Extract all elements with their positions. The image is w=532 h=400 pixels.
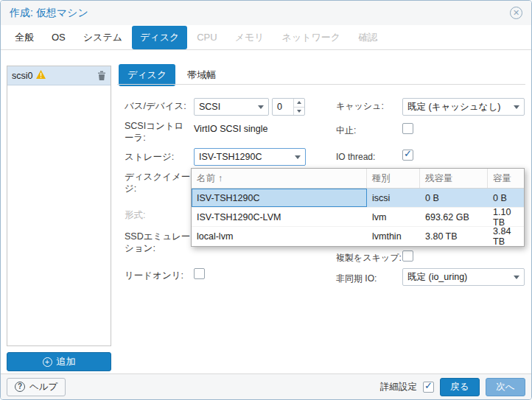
- help-icon: ?: [15, 382, 25, 392]
- storage-dropdown-header: 名前 ↑ 種別 残容量 容量: [192, 169, 524, 189]
- disk-subtabs: ディスク 帯域幅: [119, 64, 225, 86]
- async-io-label: 非同期 IO:: [336, 273, 377, 284]
- tab-cpu: CPU: [189, 27, 225, 48]
- bus-device-label: バス/デバイス:: [125, 101, 192, 113]
- format-label: 形式:: [125, 210, 192, 222]
- column-name-label: 名前: [197, 172, 215, 185]
- storage-name-cell: local-lvm: [192, 227, 367, 246]
- add-disk-button[interactable]: + 追加: [7, 352, 111, 371]
- storage-dropdown-panel: 名前 ↑ 種別 残容量 容量 ISV-TSH1290C iscsi 0 B 0 …: [191, 168, 525, 247]
- wizard-tabbar: 全般 OS システム ディスク CPU メモリ ネットワーク 確認: [1, 25, 531, 50]
- disk-list-panel: scsi0: [7, 66, 111, 346]
- stepper-arrows: [293, 99, 304, 115]
- advanced-checkbox[interactable]: [423, 382, 434, 393]
- cache-select[interactable]: 既定 (キャッシュなし): [402, 98, 525, 116]
- tab-general[interactable]: 全般: [7, 26, 42, 49]
- storage-row-isv-tsh1290c[interactable]: ISV-TSH1290C iscsi 0 B 0 B: [192, 189, 524, 208]
- bus-number-stepper[interactable]: 0: [272, 98, 305, 116]
- column-header-name[interactable]: 名前 ↑: [192, 169, 367, 188]
- column-header-avail[interactable]: 残容量: [420, 169, 488, 188]
- storage-name-cell: ISV-TSH1290C: [192, 189, 367, 207]
- ssd-emulation-label: SSDエミュレーション:: [125, 231, 192, 254]
- disk-image-label: ディスクイメージ:: [125, 172, 192, 194]
- async-io-select-value: 既定 (io_uring): [407, 271, 509, 284]
- cache-label: キャッシュ:: [336, 101, 384, 112]
- storage-type-cell: lvm: [367, 208, 420, 226]
- chevron-down-icon: [258, 105, 264, 109]
- iothread-label: IO thread:: [336, 152, 375, 163]
- tab-network: ネットワーク: [274, 26, 349, 49]
- add-disk-label: 追加: [57, 355, 76, 368]
- trash-icon[interactable]: [97, 71, 106, 80]
- disk-item-label: scsi0: [12, 71, 32, 81]
- subtab-bandwidth[interactable]: 帯域幅: [178, 64, 225, 86]
- create-vm-dialog: 作成: 仮想マシン ✕ 全般 OS システム ディスク CPU メモリ ネットワ…: [0, 0, 532, 400]
- tab-system[interactable]: システム: [75, 26, 130, 49]
- help-label: ヘルプ: [29, 381, 57, 393]
- storage-name-cell: ISV-TSH1290C-LVM: [192, 208, 367, 226]
- readonly-checkbox[interactable]: [194, 268, 205, 279]
- subtab-disk[interactable]: ディスク: [119, 64, 175, 86]
- storage-avail-cell: 693.62 GB: [420, 208, 488, 226]
- disk-list-item-scsi0[interactable]: scsi0: [7, 66, 111, 85]
- close-icon[interactable]: ✕: [510, 7, 522, 19]
- chevron-down-icon: [514, 276, 519, 279]
- plus-icon: +: [43, 357, 52, 367]
- storage-type-cell: iscsi: [367, 189, 420, 207]
- bus-select-value: SCSI: [199, 102, 253, 112]
- storage-row-isv-tsh1290c-lvm[interactable]: ISV-TSH1290C-LVM lvm 693.62 GB 1.10 TB: [192, 208, 524, 227]
- scsi-controller-label: SCSIコントローラ:: [125, 121, 192, 144]
- storage-capacity-cell: 1.10 TB: [488, 208, 524, 226]
- tab-memory: メモリ: [227, 26, 273, 49]
- storage-row-local-lvm[interactable]: local-lvm lvmthin 3.80 TB 3.84 TB: [192, 227, 524, 246]
- iothread-checkbox[interactable]: [402, 150, 413, 161]
- storage-avail-cell: 3.80 TB: [420, 227, 488, 246]
- dialog-footer: ? ヘルプ 詳細設定 戻る 次へ: [1, 373, 531, 399]
- tab-confirm: 確認: [350, 26, 385, 49]
- subtab-divider: [117, 84, 525, 85]
- discard-checkbox[interactable]: [402, 123, 413, 134]
- bus-number-value: 0: [273, 99, 293, 115]
- readonly-label: リードオンリ:: [125, 270, 192, 282]
- skip-replication-checkbox[interactable]: [402, 250, 413, 262]
- async-io-select[interactable]: 既定 (io_uring): [402, 268, 525, 286]
- cache-select-value: 既定 (キャッシュなし): [407, 101, 509, 113]
- tab-disks[interactable]: ディスク: [132, 26, 187, 49]
- scsi-controller-value: VirtIO SCSI single: [194, 124, 268, 134]
- column-header-capacity[interactable]: 容量: [488, 169, 524, 188]
- skip-replication-label: 複製をスキップ:: [336, 253, 402, 264]
- sort-asc-icon: ↑: [218, 173, 223, 183]
- stepper-down-icon[interactable]: [294, 108, 304, 116]
- advanced-label: 詳細設定: [380, 381, 417, 393]
- storage-capacity-cell: 3.84 TB: [488, 227, 524, 246]
- storage-select[interactable]: ISV-TSH1290C: [194, 148, 306, 166]
- storage-avail-cell: 0 B: [420, 189, 488, 207]
- discard-label: 中止:: [336, 125, 356, 136]
- dialog-title: 作成: 仮想マシン: [10, 7, 88, 20]
- next-button[interactable]: 次へ: [486, 378, 525, 396]
- footer-actions: 詳細設定 戻る 次へ: [380, 378, 525, 396]
- back-button[interactable]: 戻る: [440, 378, 480, 396]
- storage-select-value: ISV-TSH1290C: [199, 152, 290, 162]
- tab-os[interactable]: OS: [43, 27, 74, 48]
- storage-label: ストレージ:: [125, 152, 192, 164]
- chevron-down-icon: [295, 155, 301, 159]
- column-header-type[interactable]: 種別: [367, 169, 420, 188]
- storage-type-cell: lvmthin: [367, 227, 420, 246]
- warning-icon: [36, 70, 46, 81]
- dialog-titlebar: 作成: 仮想マシン ✕: [1, 1, 531, 25]
- bus-select[interactable]: SCSI: [194, 98, 269, 116]
- chevron-down-icon: [514, 105, 519, 109]
- help-button[interactable]: ? ヘルプ: [7, 378, 66, 396]
- stepper-up-icon[interactable]: [294, 99, 304, 108]
- storage-capacity-cell: 0 B: [488, 189, 524, 207]
